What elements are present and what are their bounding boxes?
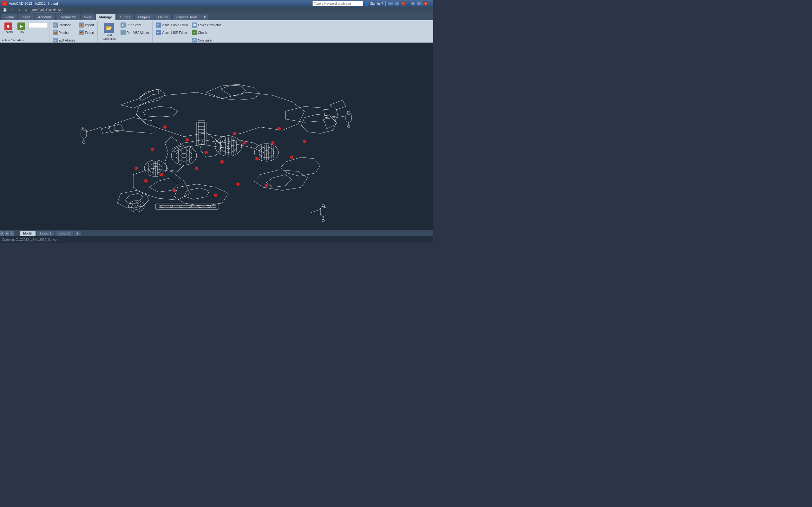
svg-point-50 [265,184,268,187]
svg-point-51 [205,151,208,154]
title-search-area: 👤 Sign In ? − □ ✕ − □ ✕ [58,1,432,6]
export-label: Export [85,31,94,35]
svg-point-60 [255,157,258,160]
tab-manage[interactable]: Manage [96,14,116,20]
svg-point-64 [303,140,306,143]
record-button[interactable]: ⏺ Record [2,21,14,35]
qa-undo-button[interactable]: ↩ [9,7,14,13]
action-recorder-input[interactable] [28,23,47,28]
bottom-tabs: ◄ ► + Model Layout1 Layout2 + [0,230,433,236]
check-label: Check [198,31,207,35]
tab-insert[interactable]: Insert [18,14,34,20]
load-application-label: LoadApplication [102,34,116,41]
layer-translator-button[interactable]: 🔄 Layer Translator [191,21,222,29]
tab-parametric[interactable]: Parametric [56,14,80,20]
action-recorder-group-label[interactable]: Action Recorder ▾ [2,39,25,42]
app-maximize-button[interactable]: □ [394,1,399,6]
svg-point-53 [233,132,236,135]
check-button[interactable]: ✓ Check [191,29,222,36]
layer-translator-icon: 🔄 [192,22,197,27]
interface-button[interactable]: ⊞ Interface [51,21,77,29]
command-line-text: Opening: C:\C2012_v5.4\c2012_8.dwg [2,238,56,241]
patches-label: Patches [59,31,70,35]
add-layout-button[interactable]: + [9,231,14,236]
ribbon-tabs: Home Insert Annotate Parametric View Man… [0,13,433,20]
qa-print-button[interactable]: 🖨 [23,7,29,13]
window-maximize-button[interactable]: □ [417,1,422,6]
action-recorder-label: Action Recorder ▾ [2,39,47,42]
edit-aliases-label: Edit Aliases [59,39,75,42]
play-icon: ▶ [17,22,25,30]
customization-content: ⊞ Interface 📦 Patches ✏ Edit Aliases 📥 I… [51,21,96,43]
app-close-button[interactable]: ✕ [401,1,406,6]
tab-view[interactable]: View [81,14,95,20]
svg-point-61 [243,141,246,145]
tab-online[interactable]: Online [155,14,172,20]
svg-point-55 [135,167,138,170]
tab-layout2[interactable]: Layout2 [55,231,73,236]
vba-editor-label: Visual Basic Editor [162,23,188,27]
scroll-right-button[interactable]: ► [5,231,9,236]
title-bar: A AutoCAD 2012 - [c2012_8.dwg] 👤 Sign In… [0,0,433,7]
configure-button[interactable]: ⚙ Configure [191,37,222,43]
svg-point-62 [271,141,274,145]
qa-redo-button[interactable]: ↪ [16,7,21,13]
run-script-button[interactable]: ▶ Run Script [119,21,150,29]
tab-layout1[interactable]: Layout1 [37,231,55,236]
play-label: Play [18,31,24,34]
tab-home[interactable]: Home [1,14,17,20]
load-application-button[interactable]: 📂 LoadApplication [100,21,118,42]
help-icon[interactable]: ? [381,2,383,5]
svg-point-66 [151,148,154,151]
tab-output[interactable]: Output [116,14,134,20]
title-search-input[interactable] [312,1,363,6]
interface-icon: ⊞ [53,22,58,27]
export-icon: 📤 [79,30,84,35]
applications-content: 📂 LoadApplication ▶ Run Script 🔧 Run VBA… [100,21,150,42]
tab-more[interactable]: ▼ [202,14,208,20]
svg-point-48 [163,125,166,129]
svg-point-67 [160,173,163,176]
command-line: Opening: C:\C2012_v5.4\c2012_8.dwg [0,236,433,243]
svg-point-59 [173,189,176,192]
svg-point-58 [195,167,198,170]
interface-label: Interface [59,23,71,27]
visual-lisp-editor-button[interactable]: ✏ Visual LISP Editor [154,29,189,36]
run-vba-macro-button[interactable]: 🔧 Run VBA Macro [119,29,150,36]
import-button[interactable]: 📥 Import [78,21,96,29]
lisp-editor-icon: ✏ [156,30,161,35]
export-button[interactable]: 📤 Export [78,29,96,36]
action-recorder-group: ⏺ Record ▶ Play Action Recorder ▾ [0,20,49,43]
load-application-icon: 📂 [104,23,114,33]
visual-basic-editor-button[interactable]: ✏ Visual Basic Editor [154,21,189,29]
patches-button[interactable]: 📦 Patches [51,29,77,36]
tab-add-layout[interactable]: + [74,231,81,236]
edit-aliases-button[interactable]: ✏ Edit Aliases [51,37,77,43]
run-script-icon: ▶ [120,22,125,27]
svg-point-57 [214,193,217,197]
customization-group: ⊞ Interface 📦 Patches ✏ Edit Aliases 📥 I… [49,20,98,43]
window-minimize-button[interactable]: − [410,1,415,6]
tab-model[interactable]: Model [20,231,36,236]
play-button[interactable]: ▶ Play [15,21,27,35]
tab-express-tools[interactable]: Express Tools [172,14,201,20]
tab-annotate[interactable]: Annotate [35,14,55,20]
svg-point-49 [144,179,148,182]
sign-in-link[interactable]: Sign In [370,2,380,5]
qa-workspace-select[interactable]: AutoCAD Classic 2D Drafting 3D Modeling [30,8,62,13]
user-icon: 👤 [364,2,369,6]
cad-canvas[interactable] [0,43,433,230]
qa-save-button[interactable]: 💾 [2,7,8,13]
quick-access-toolbar: 💾 ↩ ↪ 🖨 AutoCAD Classic 2D Drafting 3D M… [0,7,433,13]
layer-translator-label: Layer Translator [198,23,221,27]
lisp-editor-label: Visual LISP Editor [162,31,187,35]
ribbon-panel: ⏺ Record ▶ Play Action Recorder ▾ ⊞ Inte… [0,20,433,43]
scroll-left-button[interactable]: ◄ [0,231,4,236]
action-recorder-content: ⏺ Record ▶ Play [2,21,47,39]
svg-rect-0 [0,48,433,225]
tab-plugins[interactable]: Plug-ins [135,14,154,20]
vba-editor-icon: ✏ [156,22,161,27]
window-close-button[interactable]: ✕ [423,1,428,6]
app-minimize-button[interactable]: − [388,1,393,6]
svg-point-56 [236,182,240,186]
